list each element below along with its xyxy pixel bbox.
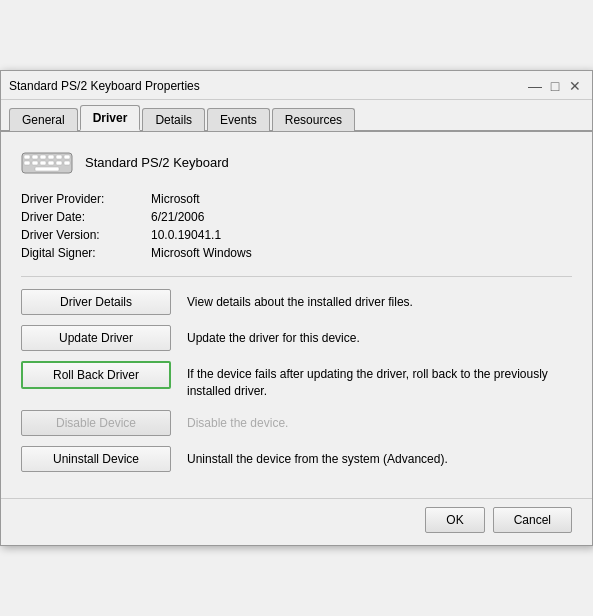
uninstall-device-desc: Uninstall the device from the system (Ad… [187, 446, 572, 468]
info-row-provider: Driver Provider: Microsoft [21, 192, 572, 206]
svg-rect-7 [24, 161, 30, 165]
disable-device-button[interactable]: Disable Device [21, 410, 171, 436]
svg-rect-10 [48, 161, 54, 165]
cancel-button[interactable]: Cancel [493, 507, 572, 533]
window-title: Standard PS/2 Keyboard Properties [9, 79, 200, 93]
action-row-disable: Disable Device Disable the device. [21, 410, 572, 436]
action-row-roll-back: Roll Back Driver If the device fails aft… [21, 361, 572, 400]
action-row-driver-details: Driver Details View details about the in… [21, 289, 572, 315]
device-header: Standard PS/2 Keyboard [21, 148, 572, 176]
svg-rect-1 [24, 155, 30, 159]
svg-rect-3 [40, 155, 46, 159]
label-date: Driver Date: [21, 210, 151, 224]
svg-rect-13 [35, 167, 59, 171]
info-row-version: Driver Version: 10.0.19041.1 [21, 228, 572, 242]
tab-bar: General Driver Details Events Resources [1, 100, 592, 132]
svg-rect-6 [64, 155, 70, 159]
svg-rect-5 [56, 155, 62, 159]
tab-events[interactable]: Events [207, 108, 270, 131]
disable-device-desc: Disable the device. [187, 410, 572, 432]
label-signer: Digital Signer: [21, 246, 151, 260]
properties-window: Standard PS/2 Keyboard Properties — □ ✕ … [0, 70, 593, 546]
svg-rect-9 [40, 161, 46, 165]
keyboard-svg [21, 148, 73, 176]
uninstall-device-button[interactable]: Uninstall Device [21, 446, 171, 472]
close-button[interactable]: ✕ [566, 77, 584, 95]
window-controls: — □ ✕ [526, 77, 584, 95]
info-row-signer: Digital Signer: Microsoft Windows [21, 246, 572, 260]
update-driver-desc: Update the driver for this device. [187, 325, 572, 347]
svg-rect-11 [56, 161, 62, 165]
value-date: 6/21/2006 [151, 210, 204, 224]
svg-rect-4 [48, 155, 54, 159]
driver-info-table: Driver Provider: Microsoft Driver Date: … [21, 192, 572, 260]
bottom-bar: OK Cancel [1, 498, 592, 545]
tab-general[interactable]: General [9, 108, 78, 131]
tab-driver[interactable]: Driver [80, 105, 141, 131]
device-name: Standard PS/2 Keyboard [85, 155, 229, 170]
roll-back-driver-button[interactable]: Roll Back Driver [21, 361, 171, 389]
minimize-button[interactable]: — [526, 77, 544, 95]
tab-content: Standard PS/2 Keyboard Driver Provider: … [1, 132, 592, 498]
svg-rect-8 [32, 161, 38, 165]
divider [21, 276, 572, 277]
update-driver-button[interactable]: Update Driver [21, 325, 171, 351]
ok-button[interactable]: OK [425, 507, 484, 533]
info-row-date: Driver Date: 6/21/2006 [21, 210, 572, 224]
driver-details-desc: View details about the installed driver … [187, 289, 572, 311]
value-version: 10.0.19041.1 [151, 228, 221, 242]
tab-resources[interactable]: Resources [272, 108, 355, 131]
value-signer: Microsoft Windows [151, 246, 252, 260]
action-row-uninstall: Uninstall Device Uninstall the device fr… [21, 446, 572, 472]
label-version: Driver Version: [21, 228, 151, 242]
title-bar: Standard PS/2 Keyboard Properties — □ ✕ [1, 71, 592, 100]
svg-rect-2 [32, 155, 38, 159]
roll-back-driver-desc: If the device fails after updating the d… [187, 361, 572, 400]
device-icon [21, 148, 73, 176]
maximize-button[interactable]: □ [546, 77, 564, 95]
label-provider: Driver Provider: [21, 192, 151, 206]
action-row-update-driver: Update Driver Update the driver for this… [21, 325, 572, 351]
svg-rect-12 [64, 161, 70, 165]
value-provider: Microsoft [151, 192, 200, 206]
driver-details-button[interactable]: Driver Details [21, 289, 171, 315]
tab-details[interactable]: Details [142, 108, 205, 131]
